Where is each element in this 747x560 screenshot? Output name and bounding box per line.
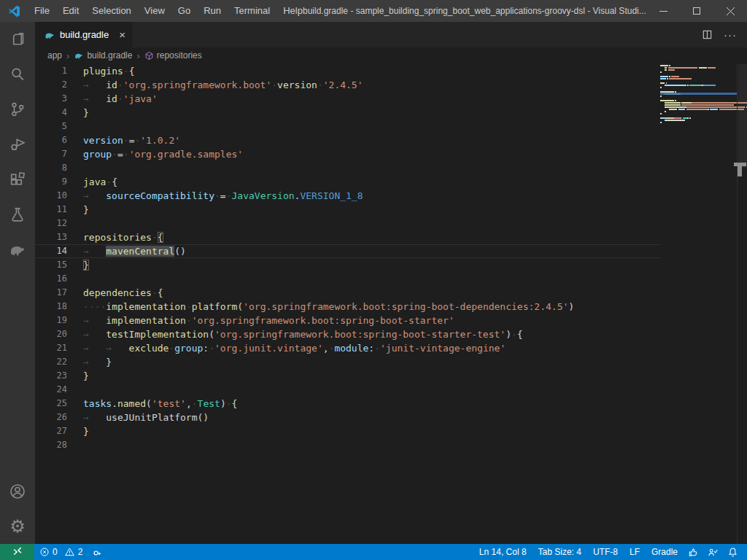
code-line[interactable]: 11} [35,203,660,217]
breadcrumb: app › build.gradle › repositories [35,47,747,63]
code-line[interactable]: 6version·=·'1.0.2' [35,133,660,147]
breadcrumb-item-app[interactable]: app [47,50,62,61]
menu-file[interactable]: File [28,0,56,22]
activity-bar: ⚙ [0,22,35,544]
line-number: 24 [35,383,67,397]
code-line[interactable]: 9java·{ [35,175,660,189]
breadcrumb-item-symbol[interactable]: repositories [144,50,202,61]
line-number: 11 [35,203,67,217]
code-text: tasks.named('test',·Test)·{ [83,397,237,411]
maximize-button[interactable] [680,0,713,22]
code-line[interactable]: 17dependencies·{ [35,286,660,300]
code-line[interactable]: 12 [35,217,660,230]
code-line[interactable]: 4} [35,106,660,120]
error-icon [39,547,50,557]
remote-icon [12,547,23,557]
breadcrumb-item-file[interactable]: build.gradle [74,50,132,61]
extensions-icon[interactable] [0,162,35,197]
minimap[interactable] [660,64,737,125]
accounts-icon[interactable] [0,474,35,509]
code-text: →id·'org.springframework.boot'·version·'… [83,78,363,92]
code-line[interactable]: 21→→exclude·group:·'org.junit.vintage',·… [35,341,660,355]
symbol-namespace-icon [144,51,154,61]
code-line[interactable]: 14→mavenCentral() [35,244,660,258]
tab-build-gradle[interactable]: build.gradle × [35,22,133,47]
code-line[interactable]: 27} [35,424,660,438]
editor-group: build.gradle × ··· app › build.gradle › [35,22,747,544]
code-text: →} [83,355,112,369]
code-line[interactable]: 18····implementation·platform('org.sprin… [35,300,660,314]
tab-size-indicator[interactable]: Tab Size: 4 [533,544,587,560]
problems-indicator[interactable]: 0 2 [34,544,88,560]
menu-selection[interactable]: Selection [85,0,137,22]
code-line[interactable]: 13repositories·{ [35,230,660,244]
code-text: →mavenCentral() [83,245,186,257]
code-line[interactable]: 15} [35,258,660,272]
code-line[interactable]: 25tasks.named('test',·Test)·{ [35,397,660,411]
line-number: 7 [35,147,67,161]
feedback-icon[interactable] [703,544,723,560]
gradle-elephant-icon [74,50,84,61]
code-line[interactable]: 1plugins·{ [35,64,660,78]
line-number: 13 [35,230,67,244]
code-line[interactable]: 16 [35,272,660,286]
code-editor[interactable]: 1plugins·{2→id·'org.springframework.boot… [35,63,747,544]
line-number: 3 [35,92,67,106]
encoding-indicator[interactable]: UTF-8 [587,544,624,560]
menu-view[interactable]: View [138,0,171,22]
thumbs-up-icon[interactable] [684,544,703,560]
code-line[interactable]: 8 [35,161,660,175]
tab-close-icon[interactable]: × [119,29,125,40]
code-text: repositories·{ [83,230,163,244]
split-editor-icon[interactable] [697,26,716,44]
code-line[interactable]: 20→testImplementation('org.springframewo… [35,327,660,341]
code-line[interactable]: 24 [35,383,660,397]
code-text: version·=·'1.0.2' [83,133,180,147]
code-line[interactable]: 23} [35,369,660,383]
scrollbar-slider[interactable] [738,64,747,168]
vscode-logo-icon [8,5,20,18]
code-line[interactable]: 7group·=·'org.gradle.samples' [35,147,660,161]
close-button[interactable] [713,0,747,22]
line-number: 17 [35,286,67,300]
chevron-right-icon: › [66,50,69,61]
code-line[interactable]: 19→implementation·'org.springframework.b… [35,314,660,327]
debug-icon[interactable] [88,544,107,560]
line-number: 4 [35,106,67,120]
menu-edit[interactable]: Edit [56,0,85,22]
minimize-button[interactable] [646,0,680,22]
code-line[interactable]: 5 [35,120,660,133]
notifications-bell-icon[interactable] [723,544,747,560]
code-text: →sourceCompatibility·=·JavaVersion.VERSI… [83,189,363,203]
search-icon[interactable] [0,57,35,92]
code-lines: 1plugins·{2→id·'org.springframework.boot… [35,64,660,452]
code-text: →implementation·'org.springframework.boo… [83,314,454,327]
language-mode-indicator[interactable]: Gradle [646,544,684,560]
code-line[interactable]: 10→sourceCompatibility·=·JavaVersion.VER… [35,189,660,203]
explorer-icon[interactable] [0,22,35,57]
settings-gear-icon[interactable]: ⚙ [0,509,35,544]
code-text: plugins·{ [83,64,134,78]
gradle-icon[interactable] [0,232,35,267]
code-line[interactable]: 28 [35,438,660,452]
code-line[interactable]: 2→id·'org.springframework.boot'·version·… [35,78,660,92]
remote-indicator[interactable] [0,544,34,560]
eol-indicator[interactable]: LF [624,544,646,560]
code-text: dependencies·{ [83,286,163,300]
code-line[interactable]: 3→id·'java' [35,92,660,106]
menu-run[interactable]: Run [197,0,228,22]
line-number: 6 [35,133,67,147]
run-and-debug-icon[interactable] [0,127,35,162]
warning-count: 2 [78,547,83,557]
code-line[interactable]: 22→} [35,355,660,369]
vertical-scrollbar[interactable] [737,63,747,544]
more-actions-icon[interactable]: ··· [721,26,740,44]
source-control-icon[interactable] [0,92,35,127]
testing-icon[interactable] [0,197,35,232]
menu-go[interactable]: Go [171,0,197,22]
code-text: →→exclude·group:·'org.junit.vintage',·mo… [83,341,506,355]
code-line[interactable]: 26→useJUnitPlatform() [35,411,660,424]
line-col-indicator[interactable]: Ln 14, Col 8 [473,544,533,560]
menu-terminal[interactable]: Terminal [228,0,276,22]
tab-bar: build.gradle × ··· [35,22,747,47]
